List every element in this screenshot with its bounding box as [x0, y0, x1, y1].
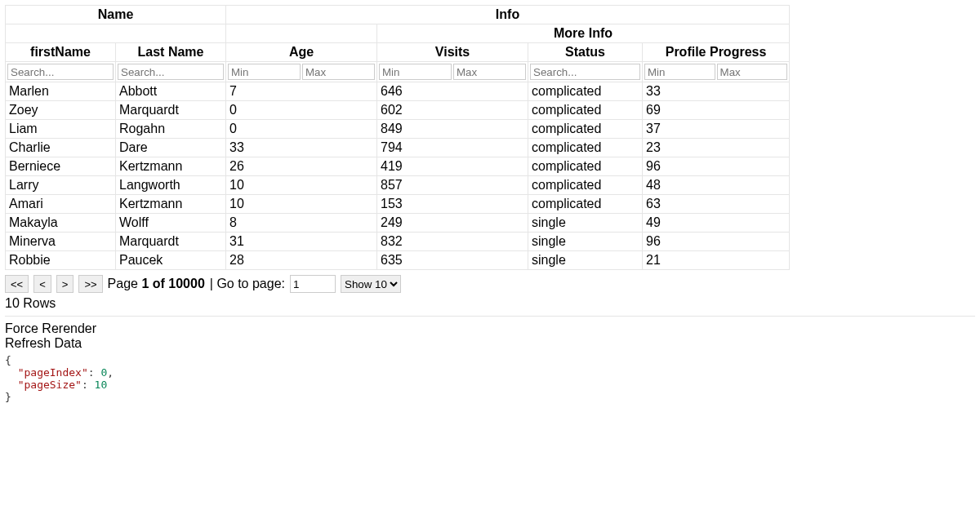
cell-progress: 23 — [643, 139, 790, 157]
header-status[interactable]: Status — [528, 43, 643, 62]
cell-age: 0 — [226, 101, 377, 120]
table-row: MinervaMarquardt31832single96 — [6, 233, 790, 251]
header-visits[interactable]: Visits — [377, 43, 528, 62]
filter-visits-max[interactable] — [453, 64, 526, 80]
table-row: CharlieDare33794complicated23 — [6, 139, 790, 157]
header-age[interactable]: Age — [226, 43, 377, 62]
table-row: RobbiePaucek28635single21 — [6, 251, 790, 270]
cell-visits: 794 — [377, 139, 528, 157]
column-group-more-info[interactable]: More Info — [377, 24, 790, 43]
filter-age-min[interactable] — [228, 64, 301, 80]
page-first-button[interactable]: << — [5, 275, 29, 293]
cell-visits: 153 — [377, 195, 528, 214]
table-row: LiamRogahn0849complicated37 — [6, 120, 790, 139]
filter-visits-min[interactable] — [379, 64, 452, 80]
cell-progress: 69 — [643, 101, 790, 120]
cell-status: complicated — [528, 120, 643, 139]
cell-lastName: Marquardt — [116, 101, 226, 120]
cell-visits: 602 — [377, 101, 528, 120]
cell-firstName: Zoey — [6, 101, 116, 120]
column-group-age-blank — [226, 24, 377, 43]
cell-age: 10 — [226, 176, 377, 195]
cell-lastName: Rogahn — [116, 120, 226, 139]
header-lastname[interactable]: Last Name — [116, 43, 226, 62]
cell-status: single — [528, 214, 643, 233]
cell-status: complicated — [528, 101, 643, 120]
page-size-select[interactable]: Show 10 — [341, 275, 401, 293]
refresh-data-button[interactable]: Refresh Data — [5, 336, 975, 351]
cell-visits: 857 — [377, 176, 528, 195]
column-group-info[interactable]: Info — [226, 6, 790, 24]
cell-age: 33 — [226, 139, 377, 157]
cell-firstName: Berniece — [6, 157, 116, 176]
cell-age: 31 — [226, 233, 377, 251]
force-rerender-button[interactable]: Force Rerender — [5, 321, 975, 336]
table-row: LarryLangworth10857complicated48 — [6, 176, 790, 195]
cell-lastName: Marquardt — [116, 233, 226, 251]
cell-progress: 21 — [643, 251, 790, 270]
cell-progress: 37 — [643, 120, 790, 139]
cell-visits: 635 — [377, 251, 528, 270]
header-firstname[interactable]: firstName — [6, 43, 116, 62]
page-indicator: Page 1 of 10000 — [108, 277, 205, 291]
cell-status: single — [528, 251, 643, 270]
cell-age: 7 — [226, 82, 377, 101]
cell-age: 10 — [226, 195, 377, 214]
filter-lastname[interactable] — [118, 64, 224, 80]
cell-status: complicated — [528, 139, 643, 157]
cell-lastName: Abbott — [116, 82, 226, 101]
cell-progress: 96 — [643, 157, 790, 176]
cell-lastName: Kertzmann — [116, 157, 226, 176]
cell-age: 0 — [226, 120, 377, 139]
cell-age: 26 — [226, 157, 377, 176]
page-last-button[interactable]: >> — [78, 275, 102, 293]
pagination-bar: << < > >> Page 1 of 10000 | Go to page: … — [5, 270, 975, 295]
cell-firstName: Charlie — [6, 139, 116, 157]
goto-label: | Go to page: — [210, 277, 285, 291]
table-row: MakaylaWolff8249single49 — [6, 214, 790, 233]
table-row: AmariKertzmann10153complicated63 — [6, 195, 790, 214]
column-group-name[interactable]: Name — [6, 6, 226, 24]
filter-progress-max[interactable] — [717, 64, 788, 80]
cell-status: complicated — [528, 82, 643, 101]
cell-lastName: Paucek — [116, 251, 226, 270]
filter-status[interactable] — [530, 64, 640, 80]
cell-lastName: Dare — [116, 139, 226, 157]
cell-firstName: Minerva — [6, 233, 116, 251]
filter-firstname[interactable] — [7, 64, 114, 80]
cell-progress: 63 — [643, 195, 790, 214]
cell-visits: 646 — [377, 82, 528, 101]
cell-lastName: Langworth — [116, 176, 226, 195]
table-row: ZoeyMarquardt0602complicated69 — [6, 101, 790, 120]
filter-progress-min[interactable] — [644, 64, 715, 80]
divider — [5, 316, 975, 317]
cell-visits: 419 — [377, 157, 528, 176]
cell-progress: 33 — [643, 82, 790, 101]
header-progress[interactable]: Profile Progress — [643, 43, 790, 62]
column-group-name-sub — [6, 24, 226, 43]
row-count-label: 10 Rows — [5, 295, 975, 314]
data-table: Name Info More Info firstName Last Name … — [5, 5, 790, 270]
cell-firstName: Marlen — [6, 82, 116, 101]
cell-status: complicated — [528, 195, 643, 214]
goto-page-input[interactable] — [290, 275, 336, 293]
cell-firstName: Makayla — [6, 214, 116, 233]
page-prev-button[interactable]: < — [33, 275, 51, 293]
cell-visits: 832 — [377, 233, 528, 251]
cell-lastName: Kertzmann — [116, 195, 226, 214]
cell-status: complicated — [528, 157, 643, 176]
table-row: BernieceKertzmann26419complicated96 — [6, 157, 790, 176]
cell-firstName: Liam — [6, 120, 116, 139]
cell-progress: 49 — [643, 214, 790, 233]
page-next-button[interactable]: > — [56, 275, 74, 293]
cell-firstName: Amari — [6, 195, 116, 214]
cell-lastName: Wolff — [116, 214, 226, 233]
cell-firstName: Robbie — [6, 251, 116, 270]
state-json: { "pageIndex": 0, "pageSize": 10 } — [5, 354, 975, 403]
cell-progress: 48 — [643, 176, 790, 195]
cell-progress: 96 — [643, 233, 790, 251]
cell-status: complicated — [528, 176, 643, 195]
cell-age: 8 — [226, 214, 377, 233]
filter-age-max[interactable] — [302, 64, 375, 80]
cell-visits: 849 — [377, 120, 528, 139]
